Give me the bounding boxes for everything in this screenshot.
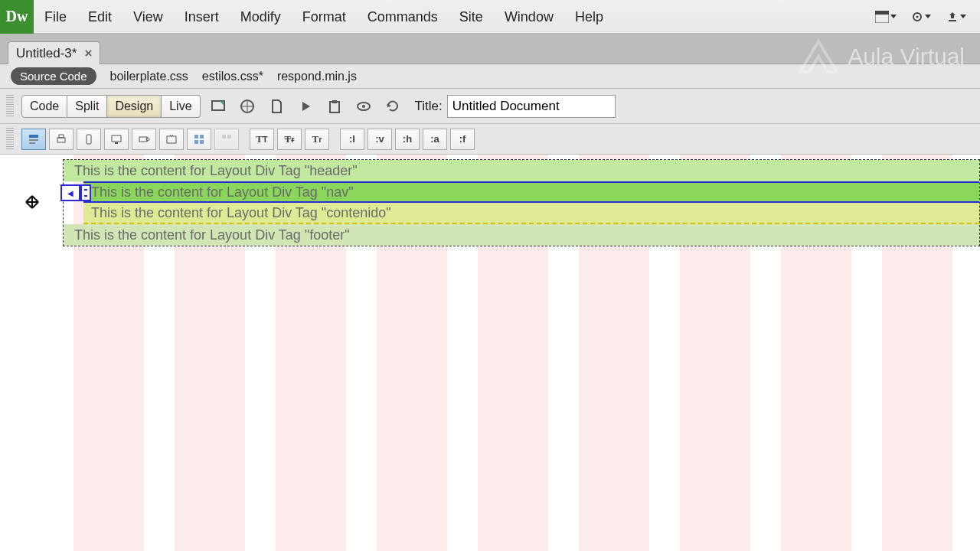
pseudo-focus-button[interactable]: :f	[450, 129, 475, 150]
globe-icon	[240, 99, 255, 114]
menu-commands[interactable]: Commands	[357, 0, 449, 34]
svg-rect-17	[112, 135, 121, 142]
layout-container[interactable]: This is the content for Layout Div Tag "…	[63, 159, 980, 246]
menu-file[interactable]: File	[34, 0, 77, 34]
live-view-button[interactable]	[207, 95, 230, 118]
close-tab-icon[interactable]: ×	[84, 46, 92, 61]
text-reset-button[interactable]: Tr	[305, 129, 329, 150]
grid-icon	[193, 133, 205, 145]
view-code-button[interactable]: Code	[21, 95, 67, 118]
block-icon	[220, 133, 233, 145]
svg-rect-27	[227, 135, 231, 139]
menu-modify[interactable]: Modify	[230, 0, 292, 34]
view-split-button[interactable]: Split	[67, 95, 107, 118]
svg-point-3	[916, 15, 919, 18]
svg-rect-26	[222, 135, 226, 139]
view-design-button[interactable]: Design	[107, 95, 162, 118]
menu-window[interactable]: Window	[494, 0, 564, 34]
menu-insert[interactable]: Insert	[174, 0, 230, 34]
eye-icon	[356, 99, 371, 114]
menu-edit[interactable]: Edit	[77, 0, 122, 34]
div-nav[interactable]: This is the content for Layout Div Tag "…	[83, 181, 979, 203]
text-inc-icon: TT	[256, 133, 267, 145]
sync-dropdown[interactable]	[945, 7, 968, 27]
menu-help[interactable]: Help	[564, 0, 614, 34]
menu-site[interactable]: Site	[449, 0, 494, 34]
projection-media-button[interactable]	[132, 129, 156, 150]
text-size-inc-button[interactable]: TT	[250, 129, 274, 150]
related-file[interactable]: estilos.css*	[202, 70, 263, 83]
design-time-button[interactable]	[187, 129, 211, 150]
projector-icon	[138, 133, 150, 145]
text-reset-icon: Tr	[312, 133, 322, 145]
svg-rect-14	[57, 138, 65, 142]
svg-rect-21	[167, 136, 176, 143]
handheld-media-button[interactable]	[77, 129, 101, 150]
div-header[interactable]: This is the content for Layout Div Tag "…	[64, 160, 979, 181]
svg-rect-15	[59, 135, 64, 138]
app-logo: Dw	[0, 0, 34, 34]
gear-icon	[911, 11, 923, 23]
tv-icon	[165, 133, 178, 145]
refresh-button[interactable]	[381, 95, 404, 118]
file-management-button[interactable]	[265, 95, 288, 118]
svg-rect-12	[29, 139, 38, 141]
pseudo-visited-button[interactable]: :v	[368, 129, 392, 150]
related-files-bar: Source Code boilerplate.css estilos.css*…	[0, 64, 980, 89]
preview-browser-button[interactable]	[236, 95, 259, 118]
svg-rect-23	[200, 135, 204, 139]
sync-icon	[946, 11, 959, 23]
svg-rect-4	[949, 20, 956, 21]
disable-css-button[interactable]	[214, 129, 239, 150]
check-page-button[interactable]	[323, 95, 346, 118]
text-size-dec-button[interactable]: Tr	[277, 129, 302, 150]
toolbar-grip[interactable]	[6, 128, 14, 151]
tv-media-button[interactable]	[159, 129, 184, 150]
svg-rect-25	[200, 140, 204, 144]
layout-icon	[875, 11, 889, 23]
print-media-button[interactable]	[49, 129, 74, 150]
title-input[interactable]	[447, 95, 616, 118]
phone-icon	[83, 133, 95, 145]
layout-dropdown[interactable]	[874, 7, 897, 27]
source-code-pill[interactable]: Source Code	[11, 67, 96, 85]
monitor-icon	[211, 99, 226, 114]
view-live-button[interactable]: Live	[162, 95, 200, 118]
svg-rect-7	[330, 102, 339, 112]
settings-dropdown[interactable]	[910, 7, 933, 27]
document-tabbar: Untitled-3* ×	[0, 34, 980, 64]
menu-view[interactable]: View	[122, 0, 174, 34]
validate-button[interactable]	[294, 95, 317, 118]
div-contenido[interactable]: This is the content for Layout Div Tag "…	[83, 203, 979, 224]
svg-rect-8	[332, 100, 337, 103]
svg-rect-1	[875, 11, 889, 15]
toolbar-grip[interactable]	[6, 95, 14, 118]
monitor-icon	[110, 133, 122, 145]
text-dec-icon: Tr	[285, 133, 295, 145]
pseudo-hover-button[interactable]: :h	[395, 129, 420, 150]
visual-aids-button[interactable]	[352, 95, 375, 118]
element-anchor-handle[interactable]	[60, 184, 80, 201]
document-tab[interactable]: Untitled-3* ×	[8, 41, 100, 64]
related-file[interactable]: respond.min.js	[277, 70, 357, 83]
resize-cursor-icon	[23, 193, 41, 211]
related-file[interactable]: boilerplate.css	[110, 70, 188, 83]
styles-icon	[28, 133, 40, 145]
design-canvas[interactable]: This is the content for Layout Div Tag "…	[0, 155, 980, 551]
css-styles-button[interactable]	[21, 129, 46, 150]
div-footer-text: This is the content for Layout Div Tag "…	[74, 227, 350, 243]
svg-point-10	[362, 105, 365, 108]
svg-rect-11	[29, 135, 38, 138]
refresh-icon	[385, 99, 400, 114]
div-footer[interactable]: This is the content for Layout Div Tag "…	[64, 224, 979, 246]
title-label: Title:	[415, 99, 443, 114]
file-icon	[269, 99, 284, 114]
print-icon	[55, 133, 67, 145]
pseudo-link-button[interactable]: :l	[340, 129, 364, 150]
css-toolbar: TT Tr Tr :l :v :h :a :f	[0, 124, 980, 155]
div-nav-text: This is the content for Layout Div Tag "…	[91, 184, 354, 201]
element-resize-handle[interactable]	[80, 184, 91, 201]
menu-format[interactable]: Format	[292, 0, 357, 34]
screen-media-button[interactable]	[104, 129, 129, 150]
pseudo-active-button[interactable]: :a	[423, 129, 447, 150]
